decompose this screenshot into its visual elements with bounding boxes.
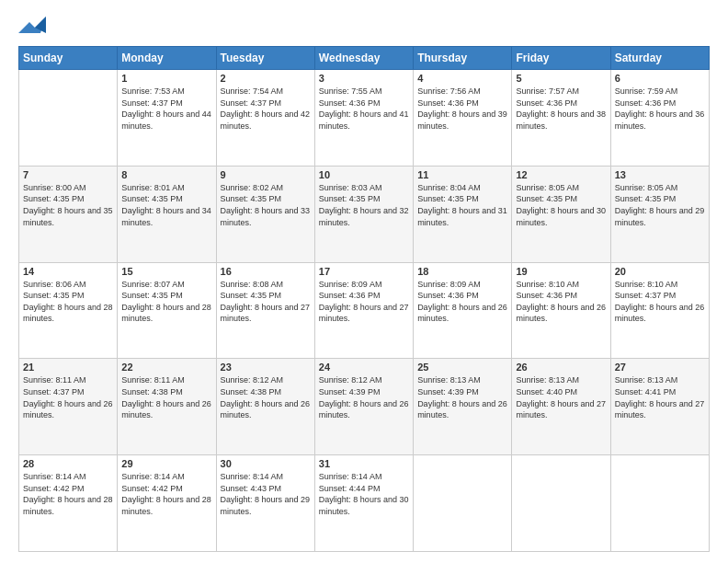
day-detail: Sunrise: 8:14 AMSunset: 4:42 PMDaylight:…: [23, 471, 113, 517]
weekday-header-monday: Monday: [118, 47, 216, 70]
day-detail: Sunrise: 8:14 AMSunset: 4:43 PMDaylight:…: [221, 471, 311, 517]
calendar-week-row: 7Sunrise: 8:00 AMSunset: 4:35 PMDaylight…: [19, 166, 710, 262]
day-detail: Sunrise: 7:59 AMSunset: 4:36 PMDaylight:…: [615, 86, 705, 132]
day-detail: Sunrise: 8:07 AMSunset: 4:35 PMDaylight:…: [121, 279, 211, 325]
day-detail: Sunrise: 8:13 AMSunset: 4:40 PMDaylight:…: [516, 374, 606, 420]
calendar-week-row: 14Sunrise: 8:06 AMSunset: 4:35 PMDayligh…: [19, 262, 710, 359]
day-number: 6: [615, 73, 705, 84]
calendar-cell: 31Sunrise: 8:14 AMSunset: 4:44 PMDayligh…: [314, 455, 413, 552]
day-number: 31: [319, 458, 409, 469]
day-detail: Sunrise: 7:56 AMSunset: 4:36 PMDaylight:…: [417, 86, 507, 132]
day-number: 26: [516, 362, 606, 373]
day-detail: Sunrise: 8:10 AMSunset: 4:36 PMDaylight:…: [516, 279, 606, 325]
day-number: 23: [221, 362, 311, 373]
calendar-cell: 3Sunrise: 7:55 AMSunset: 4:36 PMDaylight…: [314, 70, 413, 167]
day-detail: Sunrise: 7:57 AMSunset: 4:36 PMDaylight:…: [516, 86, 606, 132]
day-number: 22: [121, 362, 211, 373]
weekday-header-thursday: Thursday: [414, 47, 512, 70]
calendar-cell: [512, 455, 610, 552]
calendar-cell: 4Sunrise: 7:56 AMSunset: 4:36 PMDaylight…: [414, 70, 512, 167]
calendar-cell: 18Sunrise: 8:09 AMSunset: 4:36 PMDayligh…: [414, 262, 512, 359]
day-number: 4: [417, 73, 507, 84]
day-number: 7: [23, 169, 113, 180]
day-detail: Sunrise: 8:05 AMSunset: 4:35 PMDaylight:…: [516, 182, 606, 228]
calendar-cell: 9Sunrise: 8:02 AMSunset: 4:35 PMDaylight…: [216, 166, 314, 262]
day-detail: Sunrise: 7:54 AMSunset: 4:37 PMDaylight:…: [221, 86, 311, 132]
day-number: 11: [417, 169, 507, 180]
day-detail: Sunrise: 8:06 AMSunset: 4:35 PMDaylight:…: [23, 279, 113, 325]
calendar-cell: 2Sunrise: 7:54 AMSunset: 4:37 PMDaylight…: [216, 70, 314, 167]
calendar-cell: [19, 70, 118, 167]
day-number: 24: [319, 362, 409, 373]
calendar-cell: 28Sunrise: 8:14 AMSunset: 4:42 PMDayligh…: [19, 455, 118, 552]
day-number: 18: [417, 266, 507, 277]
day-number: 1: [121, 73, 211, 84]
weekday-header-sunday: Sunday: [19, 47, 118, 70]
day-number: 12: [516, 169, 606, 180]
day-detail: Sunrise: 8:13 AMSunset: 4:41 PMDaylight:…: [615, 374, 705, 420]
calendar-table: SundayMondayTuesdayWednesdayThursdayFrid…: [18, 46, 710, 552]
calendar-cell: 19Sunrise: 8:10 AMSunset: 4:36 PMDayligh…: [512, 262, 610, 359]
day-number: 5: [516, 73, 606, 84]
day-number: 16: [221, 266, 311, 277]
calendar-cell: 22Sunrise: 8:11 AMSunset: 4:38 PMDayligh…: [118, 359, 216, 455]
calendar-cell: 14Sunrise: 8:06 AMSunset: 4:35 PMDayligh…: [19, 262, 118, 359]
day-detail: Sunrise: 8:03 AMSunset: 4:35 PMDaylight:…: [319, 182, 409, 228]
day-number: 25: [417, 362, 507, 373]
calendar-cell: 16Sunrise: 8:08 AMSunset: 4:35 PMDayligh…: [216, 262, 314, 359]
logo-bird-icon: [18, 17, 46, 39]
day-detail: Sunrise: 8:00 AMSunset: 4:35 PMDaylight:…: [23, 182, 113, 228]
day-detail: Sunrise: 8:02 AMSunset: 4:35 PMDaylight:…: [221, 182, 311, 228]
day-number: 19: [516, 266, 606, 277]
calendar-cell: 10Sunrise: 8:03 AMSunset: 4:35 PMDayligh…: [314, 166, 413, 262]
day-number: 9: [221, 169, 311, 180]
calendar-cell: 24Sunrise: 8:12 AMSunset: 4:39 PMDayligh…: [314, 359, 413, 455]
calendar-cell: 21Sunrise: 8:11 AMSunset: 4:37 PMDayligh…: [19, 359, 118, 455]
calendar-week-row: 21Sunrise: 8:11 AMSunset: 4:37 PMDayligh…: [19, 359, 710, 455]
day-number: 14: [23, 266, 113, 277]
calendar-cell: 26Sunrise: 8:13 AMSunset: 4:40 PMDayligh…: [512, 359, 610, 455]
calendar-cell: 17Sunrise: 8:09 AMSunset: 4:36 PMDayligh…: [314, 262, 413, 359]
calendar-cell: 11Sunrise: 8:04 AMSunset: 4:35 PMDayligh…: [414, 166, 512, 262]
calendar-cell: 30Sunrise: 8:14 AMSunset: 4:43 PMDayligh…: [216, 455, 314, 552]
calendar-week-row: 1Sunrise: 7:53 AMSunset: 4:37 PMDaylight…: [19, 70, 710, 167]
calendar-cell: 15Sunrise: 8:07 AMSunset: 4:35 PMDayligh…: [118, 262, 216, 359]
calendar-cell: 1Sunrise: 7:53 AMSunset: 4:37 PMDaylight…: [118, 70, 216, 167]
calendar-cell: 12Sunrise: 8:05 AMSunset: 4:35 PMDayligh…: [512, 166, 610, 262]
day-detail: Sunrise: 8:14 AMSunset: 4:44 PMDaylight:…: [319, 471, 409, 517]
calendar-cell: 25Sunrise: 8:13 AMSunset: 4:39 PMDayligh…: [414, 359, 512, 455]
calendar-cell: 6Sunrise: 7:59 AMSunset: 4:36 PMDaylight…: [610, 70, 709, 167]
page: SundayMondayTuesdayWednesdayThursdayFrid…: [0, 0, 728, 563]
day-detail: Sunrise: 8:08 AMSunset: 4:35 PMDaylight:…: [221, 279, 311, 325]
day-detail: Sunrise: 8:09 AMSunset: 4:36 PMDaylight:…: [319, 279, 409, 325]
day-detail: Sunrise: 8:11 AMSunset: 4:37 PMDaylight:…: [23, 374, 113, 420]
weekday-header-friday: Friday: [512, 47, 610, 70]
day-detail: Sunrise: 8:01 AMSunset: 4:35 PMDaylight:…: [121, 182, 211, 228]
day-detail: Sunrise: 8:12 AMSunset: 4:38 PMDaylight:…: [221, 374, 311, 420]
calendar-week-row: 28Sunrise: 8:14 AMSunset: 4:42 PMDayligh…: [19, 455, 710, 552]
weekday-header-wednesday: Wednesday: [314, 47, 413, 70]
day-number: 10: [319, 169, 409, 180]
calendar-cell: 8Sunrise: 8:01 AMSunset: 4:35 PMDaylight…: [118, 166, 216, 262]
day-detail: Sunrise: 8:04 AMSunset: 4:35 PMDaylight:…: [417, 182, 507, 228]
day-detail: Sunrise: 8:13 AMSunset: 4:39 PMDaylight:…: [417, 374, 507, 420]
day-number: 13: [615, 169, 705, 180]
calendar-cell: 23Sunrise: 8:12 AMSunset: 4:38 PMDayligh…: [216, 359, 314, 455]
day-detail: Sunrise: 8:14 AMSunset: 4:42 PMDaylight:…: [121, 471, 211, 517]
day-number: 21: [23, 362, 113, 373]
day-number: 28: [23, 458, 113, 469]
day-number: 29: [121, 458, 211, 469]
weekday-header-row: SundayMondayTuesdayWednesdayThursdayFrid…: [19, 47, 710, 70]
header: [18, 17, 710, 39]
weekday-header-saturday: Saturday: [610, 47, 709, 70]
calendar-cell: [414, 455, 512, 552]
calendar-cell: [610, 455, 709, 552]
calendar-cell: 20Sunrise: 8:10 AMSunset: 4:37 PMDayligh…: [610, 262, 709, 359]
weekday-header-tuesday: Tuesday: [216, 47, 314, 70]
day-number: 27: [615, 362, 705, 373]
logo: [18, 17, 50, 39]
day-detail: Sunrise: 8:05 AMSunset: 4:35 PMDaylight:…: [615, 182, 705, 228]
day-detail: Sunrise: 7:53 AMSunset: 4:37 PMDaylight:…: [121, 86, 211, 132]
day-number: 17: [319, 266, 409, 277]
day-number: 2: [221, 73, 311, 84]
